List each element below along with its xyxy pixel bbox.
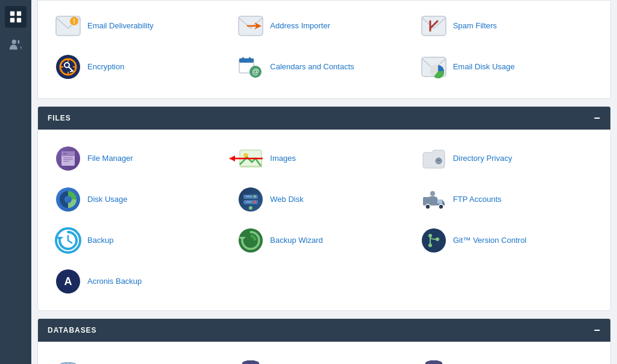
email-disk-usage-item[interactable]: Email Disk Usage: [416, 48, 598, 86]
mysql-databases-item[interactable]: MySQL® Databases: [233, 351, 415, 364]
file-manager-icon: [55, 145, 81, 172]
svg-text:!: !: [73, 18, 75, 25]
email-items-grid: ! Email Deliverability Address Importer: [50, 7, 598, 86]
databases-section-header: DATABASES −: [38, 319, 610, 342]
email-deliverability-label: Email Deliverability: [87, 21, 154, 31]
git-version-control-item[interactable]: Git™ Version Control: [416, 221, 598, 260]
web-disk-label: Web Disk: [270, 195, 303, 205]
svg-rect-23: [242, 57, 244, 60]
svg-point-64: [248, 237, 254, 243]
directory-privacy-icon: [421, 145, 447, 172]
address-importer-icon: [237, 13, 264, 39]
ftp-accounts-icon: [421, 186, 447, 213]
svg-point-65: [422, 228, 446, 253]
backup-wizard-item[interactable]: Backup Wizard: [233, 221, 415, 260]
encryption-icon: [55, 54, 81, 80]
email-deliverability-item[interactable]: ! Email Deliverability: [50, 7, 233, 45]
mysql-database-wizard-item[interactable]: MySQL® Database Wizard: [416, 351, 598, 364]
svg-rect-0: [10, 11, 14, 16]
ftp-accounts-label: FTP Accounts: [453, 195, 502, 205]
phpmyadmin-item[interactable]: phpMyAdmin: [50, 351, 233, 364]
svg-point-84: [242, 360, 259, 364]
images-label: Images: [270, 154, 296, 164]
svg-rect-42: [437, 160, 440, 161]
git-icon: [421, 227, 447, 254]
sidebar-item-apps[interactable]: [5, 6, 27, 28]
databases-section-collapse[interactable]: −: [594, 325, 601, 336]
file-manager-wrapper: File Manager: [50, 139, 233, 178]
databases-section-title: DATABASES: [48, 326, 97, 334]
git-label: Git™ Version Control: [453, 236, 527, 246]
encryption-item[interactable]: Encryption: [50, 48, 233, 86]
svg-rect-35: [63, 161, 69, 162]
ftp-accounts-item[interactable]: FTP Accounts: [416, 180, 598, 219]
svg-point-49: [254, 201, 256, 203]
svg-rect-53: [423, 197, 437, 206]
svg-rect-24: [249, 57, 251, 60]
databases-items-grid: phpMyAdmin MySQL® Databa: [50, 351, 598, 364]
svg-point-4: [12, 40, 16, 44]
sidebar-item-users[interactable]: [5, 34, 27, 55]
files-items-grid: File Manager: [50, 139, 598, 301]
svg-point-54: [425, 204, 430, 209]
calendars-contacts-label: Calendars and Contacts: [270, 62, 354, 72]
svg-point-52: [249, 206, 252, 210]
backup-icon: [55, 227, 81, 254]
svg-rect-34: [63, 159, 73, 160]
main-content: ! Email Deliverability Address Importer: [31, 0, 617, 364]
acronis-backup-item[interactable]: A Acronis Backup: [50, 262, 233, 301]
calendars-contacts-item[interactable]: @ Calendars and Contacts: [233, 48, 415, 86]
email-disk-usage-label: Email Disk Usage: [453, 62, 515, 72]
svg-rect-3: [17, 18, 21, 22]
svg-point-66: [428, 234, 432, 237]
svg-text:A: A: [64, 275, 72, 287]
acronis-label: Acronis Backup: [87, 277, 142, 287]
svg-rect-2: [10, 18, 14, 22]
backup-wizard-label: Backup Wizard: [270, 236, 322, 246]
svg-line-61: [68, 240, 72, 243]
svg-text:@: @: [252, 67, 259, 76]
databases-section: DATABASES −: [37, 318, 611, 364]
mysql-icon: [237, 357, 264, 364]
disk-usage-label: Disk Usage: [87, 195, 127, 205]
web-disk-icon: [237, 186, 264, 213]
backup-wizard-icon: [237, 227, 264, 254]
mysql-wizard-icon: [421, 357, 447, 364]
sidebar: [0, 0, 31, 364]
databases-section-body: phpMyAdmin MySQL® Databa: [38, 342, 610, 364]
svg-rect-38: [240, 150, 262, 167]
phpmyadmin-icon: [55, 357, 81, 364]
svg-point-48: [254, 195, 256, 198]
web-disk-item[interactable]: Web Disk: [233, 180, 415, 219]
address-importer-item[interactable]: Address Importer: [233, 7, 415, 45]
calendars-contacts-icon: @: [237, 54, 264, 80]
svg-point-55: [439, 204, 443, 209]
files-section: FILES −: [37, 106, 611, 311]
svg-rect-40: [240, 166, 262, 167]
disk-usage-icon: [55, 186, 81, 213]
spam-filters-label: Spam Filters: [453, 21, 497, 31]
directory-privacy-label: Directory Privacy: [453, 154, 512, 164]
acronis-icon: A: [55, 268, 81, 295]
images-item[interactable]: Images: [233, 139, 415, 178]
svg-rect-32: [63, 153, 67, 154]
files-section-header: FILES −: [38, 107, 610, 130]
files-section-collapse[interactable]: −: [594, 113, 601, 124]
svg-rect-33: [63, 157, 73, 158]
backup-item[interactable]: Backup: [50, 221, 233, 260]
file-manager-item[interactable]: File Manager: [50, 139, 233, 178]
directory-privacy-item[interactable]: Directory Privacy: [416, 139, 598, 178]
email-disk-usage-icon: [421, 54, 447, 80]
encryption-label: Encryption: [87, 62, 124, 72]
images-icon: [237, 145, 264, 172]
disk-usage-item[interactable]: Disk Usage: [50, 180, 233, 219]
svg-point-67: [428, 243, 432, 247]
file-manager-label: File Manager: [87, 154, 133, 164]
files-section-title: FILES: [48, 114, 71, 122]
svg-rect-21: [239, 58, 254, 63]
spam-filters-item[interactable]: Spam Filters: [416, 7, 598, 45]
email-section: ! Email Deliverability Address Importer: [37, 0, 611, 99]
files-section-body: File Manager: [38, 130, 610, 310]
svg-point-90: [425, 360, 442, 364]
backup-label: Backup: [87, 236, 113, 246]
